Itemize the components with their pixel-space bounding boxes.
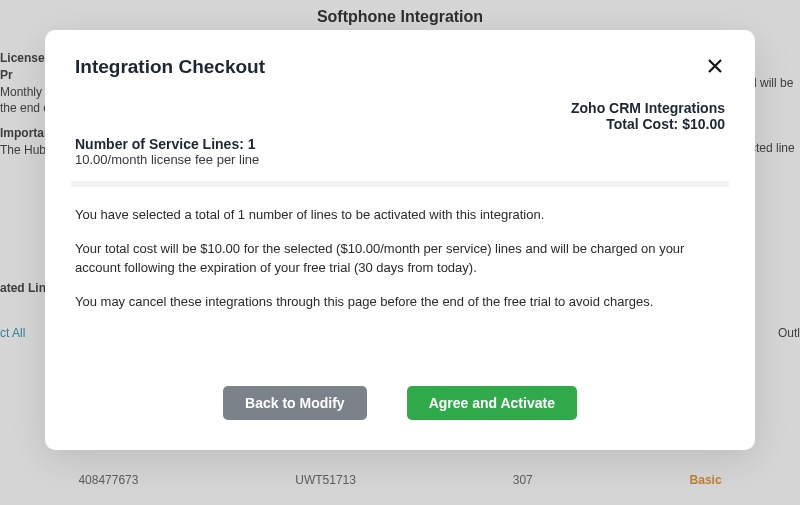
modal-title: Integration Checkout (75, 56, 265, 78)
section-divider (71, 181, 729, 187)
summary-paragraph-3: You may cancel these integrations throug… (75, 292, 725, 312)
modal-actions: Back to Modify Agree and Activate (75, 376, 725, 420)
license-fee-label: 10.00/month license fee per line (75, 152, 725, 167)
total-cost: Total Cost: $10.00 (75, 116, 725, 132)
checkout-modal: Integration Checkout Zoho CRM Integratio… (45, 30, 755, 450)
summary-paragraph-2: Your total cost will be $10.00 for the s… (75, 239, 725, 278)
modal-body: You have selected a total of 1 number of… (75, 205, 725, 325)
close-icon (707, 62, 723, 77)
summary-paragraph-1: You have selected a total of 1 number of… (75, 205, 725, 225)
product-name: Zoho CRM Integrations (75, 100, 725, 116)
close-button[interactable] (705, 56, 725, 76)
agree-and-activate-button[interactable]: Agree and Activate (407, 386, 577, 420)
service-lines-count: Number of Service Lines: 1 (75, 136, 725, 152)
back-to-modify-button[interactable]: Back to Modify (223, 386, 367, 420)
